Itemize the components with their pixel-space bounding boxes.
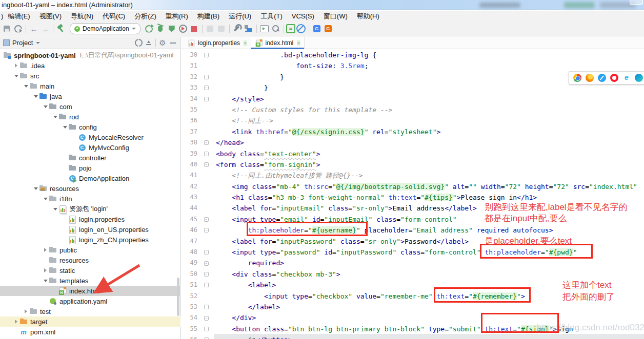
tree-collapse-arrow[interactable]	[32, 95, 39, 98]
minus-icon[interactable]	[168, 38, 178, 48]
fold-marker[interactable]: -	[198, 225, 214, 236]
tree-item-login_en_us.properties[interactable]: login_en_US.properties	[0, 224, 180, 235]
disabled-a-icon[interactable]	[205, 23, 216, 34]
search-icon[interactable]	[270, 23, 281, 34]
regex-wave-icon[interactable]: ≈	[286, 24, 295, 33]
run-configuration-select[interactable]: DemoApplication	[70, 23, 140, 34]
locate-icon[interactable]	[133, 38, 144, 48]
fold-marker[interactable]: -	[198, 280, 214, 290]
menu-item[interactable]: 运行(U)	[224, 12, 256, 20]
tree-item-src[interactable]: src	[0, 71, 180, 81]
editor-tab-index.html[interactable]: index.html×	[251, 37, 305, 49]
debug-icon[interactable]	[155, 23, 166, 34]
tree-item-main[interactable]: main	[0, 81, 180, 91]
forward-icon[interactable]: →	[39, 23, 51, 34]
back-icon[interactable]: ←	[28, 23, 39, 34]
save-icon[interactable]	[1, 23, 12, 34]
menu-item[interactable]: VCS(S)	[287, 12, 319, 20]
tree-item-mymvcconfig[interactable]: MyMvcConfig	[0, 142, 180, 153]
disabled-b-icon[interactable]	[216, 23, 227, 34]
code-line-50[interactable]: 50- <div class="checkbox mb-3">	[181, 269, 644, 280]
tree-collapse-arrow[interactable]	[23, 85, 29, 88]
edge-browser-icon[interactable]	[635, 74, 643, 82]
tree-expand-arrow[interactable]	[42, 248, 49, 252]
code-line-49[interactable]: 49- required>	[181, 258, 644, 268]
tree-item-config[interactable]: config	[0, 122, 180, 132]
tree-item-com[interactable]: com	[0, 101, 180, 112]
code-line-53[interactable]: 53- </label>	[181, 302, 644, 312]
code-line-31[interactable]: 31 font-size: 3.5rem;	[181, 60, 644, 71]
project-scrollbar-thumb[interactable]	[177, 278, 179, 316]
fold-marker[interactable]: -	[198, 149, 214, 159]
menu-item[interactable]: 视图(V)	[35, 12, 66, 20]
profiler-icon[interactable]	[177, 23, 189, 34]
tree-item-index.html[interactable]: index.html	[0, 286, 180, 296]
tree-item-pojo[interactable]: pojo	[0, 163, 180, 173]
code-line-35[interactable]: 35 <!-- Custom styles for this template …	[181, 104, 644, 115]
tree-item-resources[interactable]: resources	[0, 255, 180, 265]
tree-item-rod[interactable]: rod	[0, 112, 180, 122]
ie-browser-icon[interactable]: e	[622, 74, 631, 82]
tree-item-i18n[interactable]: i18n	[0, 194, 180, 204]
fold-marker[interactable]: -	[198, 72, 214, 82]
tree-expand-arrow[interactable]	[13, 63, 19, 68]
menu-item[interactable]: 构建(B)	[193, 12, 224, 20]
tree-expand-arrow[interactable]	[23, 309, 29, 313]
tree-item-springboot-01-yaml[interactable]: springboot-01-yamlE:\日常代码\springboot-01-…	[0, 50, 180, 60]
code-line-36[interactable]: 36 <!--同上-->	[181, 115, 644, 126]
fold-marker[interactable]: -	[198, 50, 214, 60]
fold-marker[interactable]: -	[198, 82, 214, 93]
tree-item-login_zh_cn.properties[interactable]: login_zh_CN.properties	[0, 235, 180, 245]
firefox-browser-icon[interactable]	[586, 74, 594, 82]
title-bar[interactable]: ingboot-01-yaml – index.html (Administra…	[0, 0, 644, 10]
tree-item-test[interactable]: test	[0, 306, 180, 316]
tree-collapse-arrow[interactable]	[42, 105, 49, 108]
tree-collapse-arrow[interactable]	[42, 198, 49, 200]
tree-expand-arrow[interactable]	[13, 320, 19, 324]
sync-icon[interactable]	[12, 23, 24, 34]
stop-icon[interactable]	[189, 23, 200, 34]
tree-collapse-arrow[interactable]	[13, 75, 19, 77]
tree-item-application.yaml[interactable]: application.yaml	[0, 296, 180, 306]
editor-tab-login.properties[interactable]: login.properties×	[184, 37, 251, 49]
menu-item[interactable]: 重构(R)	[161, 12, 193, 20]
tree-item-mylocaleresolver[interactable]: MyLocaleResolver	[0, 132, 180, 142]
fold-marker[interactable]: -	[198, 137, 214, 148]
menu-item[interactable]: 分析(Z)	[130, 12, 161, 20]
tree-collapse-arrow[interactable]	[42, 280, 49, 282]
tree-item-templates[interactable]: templates	[0, 276, 180, 286]
tree-item-target[interactable]: target	[0, 316, 180, 327]
code-line-38[interactable]: 38-</head>	[181, 137, 644, 148]
opera-browser-icon[interactable]	[610, 74, 618, 82]
menu-item[interactable]: 窗口(W)	[319, 12, 352, 20]
block-icon[interactable]	[295, 23, 307, 34]
tree-collapse-arrow[interactable]	[52, 208, 58, 210]
translate-orange-icon[interactable]	[323, 23, 334, 34]
code-line-34[interactable]: 34- </style>	[181, 94, 644, 104]
fold-marker[interactable]: -	[198, 94, 214, 104]
chrome-browser-icon[interactable]	[573, 74, 581, 82]
tree-item-pom.xml[interactable]: mpom.xml	[0, 327, 180, 337]
tree-item-.idea[interactable]: .idea	[0, 60, 180, 71]
code-line-41[interactable]: 41 <!--同上.由thymeleaf接管 路径@{}-->	[181, 170, 644, 181]
tree-item-public[interactable]: public	[0, 245, 180, 255]
code-line-40[interactable]: 40-<form class="form-signin">	[181, 159, 644, 170]
tree-item-resources[interactable]: resources	[0, 183, 180, 194]
menu-item[interactable]: 代码(C)	[98, 12, 130, 20]
code-line-56[interactable]: 56- in</button>	[181, 334, 644, 339]
code-line-54[interactable]: 54- </div>	[181, 312, 644, 323]
fold-marker[interactable]: -	[198, 302, 214, 312]
coverage-icon[interactable]	[166, 23, 177, 34]
menu-item[interactable]: 导航(N)	[66, 12, 98, 20]
collapse-icon[interactable]	[144, 38, 154, 48]
tree-collapse-arrow[interactable]	[52, 116, 58, 118]
code-line-39[interactable]: 39-<body class="text-center">	[181, 149, 644, 159]
fold-marker[interactable]: -	[198, 324, 214, 334]
fold-marker[interactable]: -	[198, 258, 214, 268]
chevron-down-icon[interactable]	[36, 42, 40, 44]
safari-browser-icon[interactable]	[598, 74, 606, 82]
tree-item-static[interactable]: static	[0, 265, 180, 276]
project-structure-icon[interactable]	[243, 23, 254, 34]
hammer-icon[interactable]	[55, 23, 67, 34]
translate-blue-icon[interactable]	[311, 23, 323, 34]
